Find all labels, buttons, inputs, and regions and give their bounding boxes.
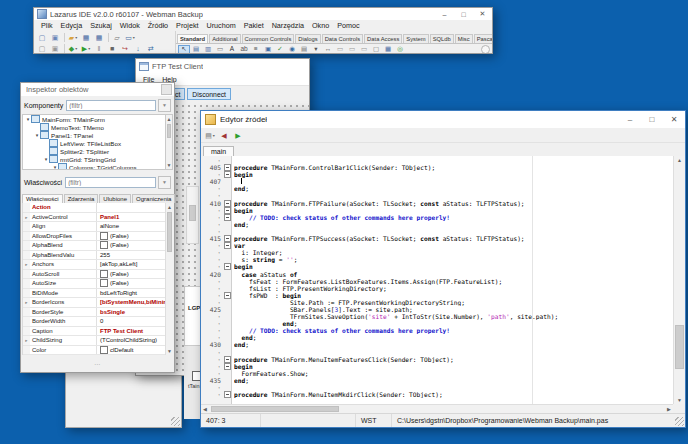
editor-horizontal-scrollbar[interactable]: ◀ ▶	[201, 404, 673, 413]
property-row-action[interactable]: Action	[23, 203, 167, 213]
property-row-anchors[interactable]: ▸Anchors[akTop,akLeft]	[23, 260, 167, 270]
new-unit-button[interactable]: ▢	[36, 33, 48, 43]
build-mode-button[interactable]: ◆▾	[67, 44, 79, 54]
forward-button[interactable]: ▶	[232, 130, 244, 141]
palette-tab-dialogs[interactable]: Dialogs	[295, 34, 320, 43]
expand-icon[interactable]: ▸	[23, 298, 30, 307]
ide-titlebar[interactable]: Lazarus IDE v2.0.0 r60107 - Webman Backu…	[34, 8, 492, 20]
scroll-thumb[interactable]	[167, 124, 171, 138]
property-row-borderwidth[interactable]: BorderWidth0	[23, 317, 167, 327]
ide-main-window[interactable]: Lazarus IDE v2.0.0 r60107 - Webman Backu…	[33, 7, 493, 54]
minimize-button[interactable]: –	[435, 8, 454, 20]
property-value[interactable]: (False)	[97, 241, 167, 249]
tree-item-panel1[interactable]: ▾Panel1: TPanel	[23, 131, 165, 139]
scroll-up-icon[interactable]: ▲	[166, 203, 173, 211]
component-tlistbox[interactable]: ▤	[298, 45, 310, 54]
property-row-autosize[interactable]: AutoSize(False)	[23, 279, 167, 289]
component-tcombobox[interactable]: ▾	[310, 45, 322, 54]
toggle-form-unit-button[interactable]: ▱	[111, 33, 123, 43]
property-row-color[interactable]: ColorclDefault	[23, 346, 167, 356]
property-value[interactable]: FTP Test Client	[97, 328, 167, 334]
property-value[interactable]: clDefault	[97, 346, 167, 354]
property-value[interactable]: [biSystemMenu,biMinimize,biMaximiz	[97, 299, 167, 305]
step-over-button[interactable]: ↪	[119, 44, 131, 54]
property-row-caption[interactable]: CaptionFTP Test Client	[23, 327, 167, 337]
form-scrollbar-fragment[interactable]	[186, 186, 199, 244]
scroll-thumb[interactable]	[189, 205, 196, 221]
checkbox-icon[interactable]	[100, 241, 108, 249]
fold-toggle-icon[interactable]	[224, 356, 231, 363]
component-tradiogroup[interactable]: ▭	[346, 45, 358, 54]
menu-item-pakiet[interactable]: Pakiet	[240, 21, 268, 30]
open-file-button[interactable]: ▣	[49, 44, 61, 54]
inspector-tab-ulubione[interactable]: Ulubione	[99, 194, 131, 203]
property-value[interactable]: 0	[97, 318, 167, 324]
expand-icon[interactable]: ▸	[23, 213, 30, 222]
ftp-form-titlebar[interactable]: FTP Test Client	[136, 59, 309, 73]
tree-item-rmtgrid[interactable]: ▾rmtGrid: TStringGrid	[23, 155, 165, 163]
menu-item-szukaj[interactable]: Szukaj	[86, 21, 116, 30]
component-cursor[interactable]: ↖	[178, 45, 190, 54]
menu-item-narzędzia[interactable]: Narzędzia	[268, 21, 308, 30]
inspector-resize-handle[interactable]: ⋯	[21, 360, 174, 367]
property-value[interactable]: alNone	[97, 223, 167, 229]
expand-icon[interactable]: ▸	[23, 336, 30, 345]
property-value[interactable]: 255	[97, 252, 167, 258]
component-tcheckbox[interactable]: ✓	[274, 45, 286, 54]
palette-tab-standard[interactable]: Standard	[177, 34, 208, 43]
component-tpanel[interactable]: ▢	[370, 45, 382, 54]
maximize-button[interactable]: □	[641, 111, 663, 128]
run-button[interactable]: ▶▾	[80, 44, 92, 54]
new-file-button[interactable]: ▢	[36, 44, 48, 54]
expand-icon[interactable]: ▸	[23, 260, 30, 269]
property-value[interactable]: (False)	[97, 279, 167, 287]
property-row-allowdropfiles[interactable]: AllowDropFiles(False)	[23, 232, 167, 242]
component-tree[interactable]: ▾MainForm: TMainFormMemoText: TMemo▾Pane…	[22, 114, 165, 170]
palette-tab-sqldb[interactable]: SQLdb	[430, 34, 454, 43]
fold-toggle-icon[interactable]	[224, 242, 231, 249]
property-value[interactable]: [akTop,akLeft]	[97, 261, 167, 267]
fold-toggle-icon[interactable]	[224, 363, 231, 370]
inspector-menu-button[interactable]	[161, 84, 172, 95]
checkbox-icon[interactable]	[100, 270, 108, 278]
scroll-down-icon[interactable]: ▼	[674, 396, 685, 404]
scroll-down-icon[interactable]: ▼	[166, 347, 173, 355]
component-tmainmenu[interactable]: ▤	[190, 45, 202, 54]
stop-button[interactable]: ■	[106, 44, 118, 54]
component-tgroupbox[interactable]: ▭	[334, 45, 346, 54]
tree-item-memotext[interactable]: MemoText: TMemo	[23, 123, 165, 131]
component-ttogglebox[interactable]: ▣	[262, 45, 274, 54]
inspector-tab-ograniczenia[interactable]: Ograniczenia	[132, 194, 175, 203]
component-tcheckgroup[interactable]: ▭	[358, 45, 370, 54]
menu-item-źródło[interactable]: Źródło	[144, 21, 172, 30]
component-tactionlist[interactable]: ◎	[394, 45, 406, 54]
view-windows-button[interactable]: ▭▾	[124, 33, 136, 43]
property-value[interactable]: (False)	[97, 232, 167, 240]
scroll-thumb[interactable]	[675, 325, 684, 370]
properties-filter-input[interactable]	[65, 177, 156, 188]
property-grid-scrollbar[interactable]: ▲ ▼	[165, 203, 173, 355]
close-button[interactable]: ✕	[473, 8, 492, 20]
property-row-borderstyle[interactable]: BorderStylebsSingle	[23, 308, 167, 318]
save-button[interactable]: ▦	[80, 33, 92, 43]
checkbox-icon[interactable]	[100, 232, 108, 240]
menu-item-uruchom[interactable]: Uruchom	[202, 21, 239, 30]
menu-item-edycja[interactable]: Edycja	[57, 21, 87, 30]
code-lines[interactable]: ·405procedure TMainForm.ControlBar1Click…	[201, 157, 673, 398]
scroll-thumb[interactable]	[167, 212, 172, 252]
scroll-down-icon[interactable]: ▼	[166, 161, 172, 169]
property-row-align[interactable]: AlignalNone	[23, 222, 167, 232]
source-editor-window[interactable]: Edytor źródeł –□✕ ▤▾◀▶ main ·405procedur…	[200, 110, 686, 428]
tree-item-splitter2[interactable]: Splitter2: TSplitter	[23, 147, 165, 155]
new-form-button[interactable]: ▣	[49, 33, 61, 43]
components-filter-input[interactable]	[66, 100, 156, 111]
fold-toggle-icon[interactable]	[224, 292, 231, 299]
property-value[interactable]: bdLeftToRight	[97, 290, 167, 296]
component-tbutton[interactable]: ▭	[214, 45, 226, 54]
menu-item-pomoc[interactable]: Pomoc	[333, 21, 363, 30]
palette-tab-data-access[interactable]: Data Access	[364, 34, 402, 43]
component-tlabel[interactable]: A	[226, 45, 238, 54]
tree-item-columns[interactable]: ▾Columns: TGridColumns	[23, 163, 165, 170]
run-to-cursor-button[interactable]: ⇄	[145, 44, 157, 54]
fold-toggle-icon[interactable]	[224, 263, 231, 270]
